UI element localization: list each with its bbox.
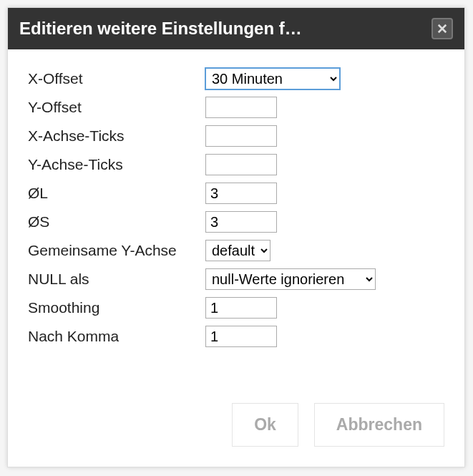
row-smoothing: Smoothing bbox=[28, 296, 444, 320]
label-avg-l: ØL bbox=[28, 185, 205, 202]
x-offset-select[interactable]: 30 Minuten bbox=[205, 68, 340, 89]
y-ticks-input[interactable] bbox=[205, 154, 277, 175]
row-x-ticks: X-Achse-Ticks bbox=[28, 124, 444, 148]
row-decimals: Nach Komma bbox=[28, 324, 444, 349]
row-avg-s: ØS bbox=[28, 210, 444, 234]
row-y-offset: Y-Offset bbox=[28, 95, 444, 120]
label-null-as: NULL als bbox=[28, 271, 205, 288]
cancel-button[interactable]: Abbrechen bbox=[314, 403, 444, 447]
label-smoothing: Smoothing bbox=[28, 299, 205, 316]
avg-s-input[interactable] bbox=[205, 211, 277, 233]
y-offset-input[interactable] bbox=[205, 97, 277, 118]
dialog-body: X-Offset 30 Minuten Y-Offset X-Achse-Tic… bbox=[8, 49, 464, 360]
null-as-select[interactable]: null-Werte ignorieren bbox=[205, 268, 376, 290]
avg-l-input[interactable] bbox=[205, 183, 277, 204]
row-common-y: Gemeinsame Y-Achse default bbox=[28, 238, 444, 263]
label-x-offset: X-Offset bbox=[28, 70, 205, 87]
label-y-ticks: Y-Achse-Ticks bbox=[28, 156, 205, 173]
smoothing-input[interactable] bbox=[205, 297, 277, 319]
ok-button[interactable]: Ok bbox=[232, 403, 298, 447]
close-button[interactable] bbox=[431, 18, 453, 39]
row-y-ticks: Y-Achse-Ticks bbox=[28, 152, 444, 177]
settings-dialog: Editieren weitere Einstellungen f… X-Off… bbox=[7, 7, 465, 467]
row-null-as: NULL als null-Werte ignorieren bbox=[28, 267, 444, 291]
x-ticks-input[interactable] bbox=[205, 125, 277, 147]
close-icon bbox=[437, 24, 447, 34]
common-y-select[interactable]: default bbox=[205, 240, 270, 261]
label-decimals: Nach Komma bbox=[28, 328, 205, 345]
row-avg-l: ØL bbox=[28, 181, 444, 205]
label-avg-s: ØS bbox=[28, 213, 205, 230]
dialog-titlebar: Editieren weitere Einstellungen f… bbox=[8, 8, 464, 49]
dialog-title: Editieren weitere Einstellungen f… bbox=[19, 19, 431, 39]
label-y-offset: Y-Offset bbox=[28, 99, 205, 116]
row-x-offset: X-Offset 30 Minuten bbox=[28, 67, 444, 91]
label-common-y: Gemeinsame Y-Achse bbox=[28, 242, 205, 259]
label-x-ticks: X-Achse-Ticks bbox=[28, 127, 205, 145]
decimals-input[interactable] bbox=[205, 326, 277, 347]
dialog-buttonbar: Ok Abbrechen bbox=[8, 360, 464, 467]
